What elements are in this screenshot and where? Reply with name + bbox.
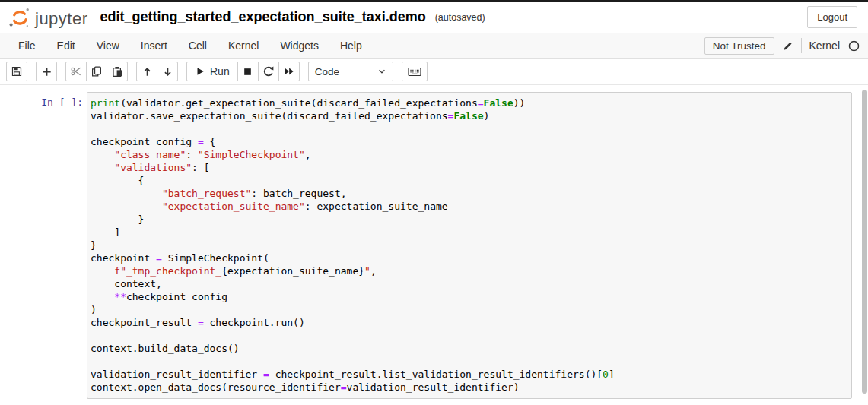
code-line: checkpoint = SimpleCheckpoint( bbox=[91, 252, 848, 264]
code-line: checkpoint_result = checkpoint.run() bbox=[91, 316, 848, 329]
code-line: validator.save_expectation_suite(discard… bbox=[91, 109, 848, 122]
code-line: context.build_data_docs() bbox=[91, 342, 848, 355]
scrollbar-thumb[interactable] bbox=[862, 90, 867, 394]
code-line: ] bbox=[91, 226, 848, 239]
stop-icon bbox=[242, 66, 253, 78]
run-cell-button[interactable]: Run bbox=[186, 62, 238, 81]
command-palette-button[interactable] bbox=[402, 62, 428, 81]
paste-cell-button[interactable] bbox=[107, 62, 128, 81]
refresh-icon bbox=[262, 65, 275, 78]
menu-item-help[interactable]: Help bbox=[329, 33, 373, 58]
jupyter-logo-icon bbox=[8, 5, 32, 30]
menubar-divider bbox=[801, 38, 802, 53]
save-button[interactable] bbox=[6, 62, 27, 81]
play-icon bbox=[195, 66, 205, 77]
notebook-container: In [ ]: print(validator.get_expectation_… bbox=[0, 85, 868, 404]
add-cell-button[interactable] bbox=[36, 62, 57, 81]
plus-icon bbox=[41, 66, 52, 78]
code-line: checkpoint_config = { bbox=[91, 135, 848, 148]
jupyter-logo[interactable]: jupyter bbox=[8, 5, 88, 30]
interrupt-kernel-button[interactable] bbox=[237, 62, 259, 81]
code-line: "validations": [ bbox=[91, 161, 848, 174]
code-line: print(validator.get_expectation_suite(di… bbox=[91, 97, 848, 109]
keyboard-icon bbox=[408, 66, 421, 78]
move-cell-down-button[interactable] bbox=[157, 62, 178, 81]
move-cell-up-button[interactable] bbox=[136, 62, 157, 81]
cell-input-prompt: In [ ]: bbox=[0, 92, 87, 108]
code-line: } bbox=[91, 239, 848, 252]
fast-forward-icon bbox=[283, 65, 295, 78]
code-line: ) bbox=[91, 303, 848, 316]
code-line: context, bbox=[91, 277, 848, 290]
menu-item-cell[interactable]: Cell bbox=[178, 33, 218, 58]
scrollbar-track[interactable] bbox=[861, 87, 868, 405]
code-line: { bbox=[91, 174, 848, 187]
menu-item-insert[interactable]: Insert bbox=[130, 33, 178, 58]
code-line: validation_result_identifier = checkpoin… bbox=[91, 368, 848, 381]
autosave-status: (autosaved) bbox=[435, 12, 485, 23]
menu-bar: File Edit View Insert Cell Kernel Widget… bbox=[0, 33, 868, 59]
menu-item-kernel[interactable]: Kernel bbox=[218, 33, 269, 58]
cell-type-value: Code bbox=[315, 66, 339, 78]
menu-item-file[interactable]: File bbox=[8, 33, 46, 58]
notebook-header: jupyter edit_getting_started_expectation… bbox=[0, 2, 868, 33]
cut-cell-button[interactable] bbox=[65, 62, 87, 81]
cell-type-select[interactable]: Code bbox=[308, 62, 393, 81]
pencil-icon bbox=[782, 40, 793, 52]
code-line: f"_tmp_checkpoint_{expectation_suite_nam… bbox=[91, 264, 848, 277]
restart-kernel-button[interactable] bbox=[258, 62, 279, 81]
logout-button[interactable]: Logout bbox=[807, 6, 857, 28]
chevron-down-icon bbox=[377, 67, 386, 76]
menubar-right: Not Trusted Kernel bbox=[704, 37, 862, 55]
arrow-up-icon bbox=[141, 66, 153, 78]
code-line: "expectation_suite_name": expectation_su… bbox=[91, 200, 848, 213]
run-button-label: Run bbox=[210, 65, 230, 78]
copy-cell-button[interactable] bbox=[86, 62, 107, 81]
floppy-icon bbox=[11, 65, 23, 78]
restart-run-all-button[interactable] bbox=[278, 62, 300, 81]
scissors-icon bbox=[70, 65, 82, 78]
menu-item-widgets[interactable]: Widgets bbox=[269, 33, 329, 58]
code-line: } bbox=[91, 213, 848, 226]
code-line: "class_name": "SimpleCheckpoint", bbox=[91, 148, 848, 161]
code-line: context.open_data_docs(resource_identifi… bbox=[91, 381, 848, 394]
menu-item-view[interactable]: View bbox=[86, 33, 130, 58]
kernel-indicator-label: Kernel bbox=[809, 40, 840, 52]
jupyter-logo-text: jupyter bbox=[35, 11, 88, 30]
code-line bbox=[91, 122, 848, 135]
not-trusted-button[interactable]: Not Trusted bbox=[704, 37, 774, 55]
paste-icon bbox=[111, 65, 123, 78]
code-line: **checkpoint_config bbox=[91, 290, 848, 303]
cell-input-area[interactable]: print(validator.get_expectation_suite(di… bbox=[87, 92, 852, 399]
circle-outline-icon bbox=[847, 40, 860, 52]
menu-item-edit[interactable]: Edit bbox=[46, 33, 86, 58]
notebook-title[interactable]: edit_getting_started_expectation_suite_t… bbox=[100, 9, 426, 25]
code-cell: In [ ]: print(validator.get_expectation_… bbox=[0, 92, 868, 399]
code-line bbox=[91, 355, 848, 368]
copy-icon bbox=[91, 65, 103, 78]
code-line bbox=[91, 329, 848, 342]
toolbar: Run bbox=[0, 59, 868, 85]
arrow-down-icon bbox=[162, 66, 173, 78]
code-line: "batch_request": batch_request, bbox=[91, 187, 848, 200]
code-area[interactable]: print(validator.get_expectation_suite(di… bbox=[91, 97, 848, 394]
